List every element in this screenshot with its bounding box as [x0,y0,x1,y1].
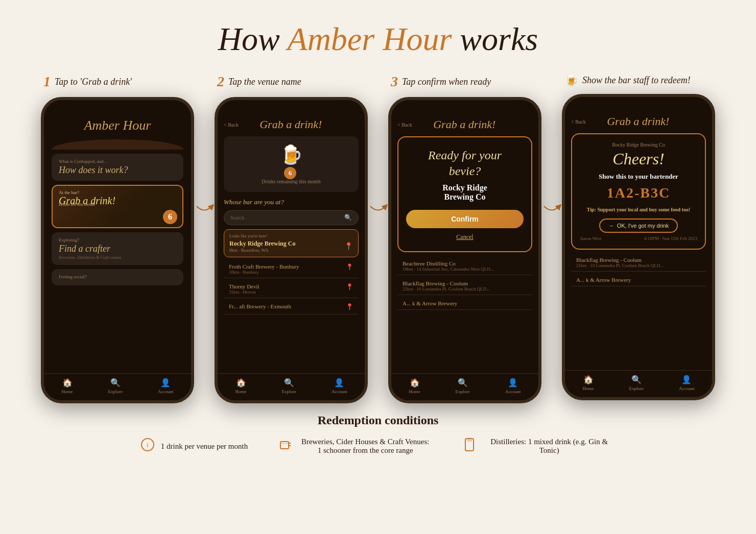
how-it-works-card[interactable]: What is Craftapped, and... How does it w… [52,154,183,181]
phone-3-notch [439,100,490,111]
drinks-left-label: Drinks left this month [59,202,94,207]
back-btn-4[interactable]: < Back [571,119,586,125]
looks-like-label: Looks like you're here! [229,234,353,238]
phone-4-notch [613,97,664,108]
venue-item-p3-2[interactable]: Blackflag Brewing - Coolum 22km · 10 Lom… [397,277,532,295]
explore-icon-3: 🔍 [458,378,468,387]
bottle-icon [462,438,477,455]
show-bartender-text: Show this to your bartender [580,173,697,181]
condition-2: Breweries, Cider Houses & Craft Venues: … [278,438,432,455]
step-3-text: Tap confirm when ready [402,77,491,87]
app-title: Amber Hour [52,118,183,133]
cheers-card: Rocky Ridge Brewing Co Cheers! Show this… [571,133,706,250]
nav-home-label-2: Home [235,389,247,394]
step-1-number: 1 [43,74,51,90]
account-icon-1: 👤 [160,378,171,387]
home-icon-1: 🏠 [62,378,73,387]
nav-account-4[interactable]: 👤 Account [679,375,695,391]
nav-account-label-4: Account [679,386,695,391]
svg-text:i: i [147,442,149,449]
explore-icon-2: 🔍 [284,378,294,387]
nav-explore-1[interactable]: 🔍 Explore [108,378,123,394]
nav-explore-label-4: Explore [629,386,644,391]
venue-search[interactable]: Search 🔍 [224,210,359,225]
nav-account-2[interactable]: 👤 Account [332,378,347,394]
arrow-right-icon: → [608,223,614,229]
search-icon-2: 🔍 [344,214,352,222]
title-how: How [218,21,288,57]
grab-drink-card[interactable]: At the bar? Grab a drink! Drinks left th… [52,185,183,228]
venue-2-name: Thorny Devil [229,283,259,289]
account-icon-4: 👤 [681,375,692,384]
venue-item-1[interactable]: Froth Craft Brewery - Bunbury 18km · Bun… [224,260,359,278]
venue-item-3-info: Fr... aft Brewery - Exmouth [229,303,291,311]
nav-account-3[interactable]: 👤 Account [505,378,521,394]
condition-2-text: Breweries, Cider Houses & Craft Venues: … [299,438,432,455]
nav-home-1[interactable]: 🏠 Home [62,378,73,394]
conditions-row: i 1 drink per venue per month Breweries,… [31,438,725,455]
card2-script: Find a crafter [59,244,176,254]
explore-icon-4: 🔍 [631,375,642,384]
venue-p4-2-name: A... k & Arrow Brewery [576,277,701,283]
nav-explore-label-1: Explore [108,389,123,394]
nav-home-label-1: Home [62,389,73,394]
feeling-social-card[interactable]: Feeling social? [52,269,183,285]
cheers-script: Cheers! [580,150,697,168]
home-icon-4: 🏠 [583,375,594,384]
nav-explore-3[interactable]: 🔍 Explore [456,378,470,394]
beer-mug-icon [278,438,293,455]
got-drink-button[interactable]: → OK, I've got my drink [599,219,678,233]
nav-account-1[interactable]: 👤 Account [158,378,174,394]
beer-mug-step4-icon: 🍺 [564,74,578,87]
drinks-badge: 6 [163,210,177,224]
nav-explore-2[interactable]: 🔍 Explore [282,378,297,394]
venue-p3-1-name: Beachtree Distilling Co [403,260,527,266]
card2-small: Exploring? [59,237,176,242]
venue-item-p4-2[interactable]: A... k & Arrow Brewery [571,274,706,286]
phone-3-nav: 🏠 Home 🔍 Explore 👤 Account [391,373,538,400]
phone-3-content: < Back Grab a drink! Ready for your bevi… [391,100,538,400]
venue-suggestion[interactable]: Looks like you're here! Rocky Ridge Brew… [224,229,359,257]
step-4-text: Show the bar staff to redeem! [582,75,691,86]
back-btn-3[interactable]: < Back [397,122,412,128]
condition-1-text: 1 drink per venue per month [161,442,248,451]
explore-icon-1: 🔍 [110,378,121,387]
venue-pin-1: 📍 [346,263,353,275]
nav-home-2[interactable]: 🏠 Home [235,378,247,394]
search-placeholder: Search [230,215,340,221]
phone3-venue-list: Beachtree Distilling Co 19km · 14 Indust… [397,257,532,310]
suggested-venue-name: Rocky Ridge Brewing Co [229,240,295,248]
nav-home-4[interactable]: 🏠 Home [583,375,594,391]
venue-item-p4-1[interactable]: Blackflag Brewing - Coolum 22km · 10 Lom… [571,254,706,272]
phone-4-header: < Back Grab a drink! [571,115,706,128]
arrow-3-4 [541,196,562,216]
cancel-link[interactable]: Cancel [406,233,524,241]
venue-2-dist: 31km · Herron [229,289,259,295]
nav-explore-4[interactable]: 🔍 Explore [629,375,644,391]
nav-home-3[interactable]: 🏠 Home [409,378,420,394]
confirm-button[interactable]: Confirm [406,210,524,228]
venue-item-3[interactable]: Fr... aft Brewery - Exmouth 📍 [224,300,359,314]
redemption-title: Redemption conditions [31,414,725,427]
nav-home-label-3: Home [409,389,420,394]
home-icon-3: 🏠 [410,378,420,387]
condition-3-text: Distilleries: 1 mixed drink (e.g. Gin & … [483,438,616,455]
arrow-1-2 [194,196,215,216]
back-btn-2[interactable]: < Back [224,122,239,128]
condition-3: Distilleries: 1 mixed drink (e.g. Gin & … [462,438,616,455]
venue-p3-1-dist: 19km · 14 Industrial Ave, Caloundra West… [403,266,527,272]
find-crafter-card[interactable]: Exploring? Find a crafter Breweries, Dis… [52,232,183,265]
phone4-venue-list: Blackflag Brewing - Coolum 22km · 10 Lom… [571,254,706,286]
grab-card-inner: At the bar? Grab a drink! Drinks left th… [53,186,182,211]
card2-sub: Breweries, Distilleries & Craft venues [59,255,176,260]
phone-2-nav: 🏠 Home 🔍 Explore 👤 Account [218,373,365,400]
venue-item-2[interactable]: Thorny Devil 31km · Herron 📍 [224,280,359,298]
venue-item-p3-3[interactable]: A... k & Arrow Brewery [397,297,532,310]
venue-item-p3-1[interactable]: Beachtree Distilling Co 19km · 14 Indust… [397,257,532,275]
phone-2-notch [266,100,317,111]
venue-3-name: Fr... aft Brewery - Exmouth [229,303,291,309]
suggested-venue-row: Rocky Ridge Brewing Co 0km · Busselton, … [229,240,353,253]
step-4-header: 🍺 Show the bar staff to redeem! [562,74,715,87]
ready-line2: bevie? [449,164,481,178]
venue-section-title: Whose bar are you at? [224,198,359,206]
